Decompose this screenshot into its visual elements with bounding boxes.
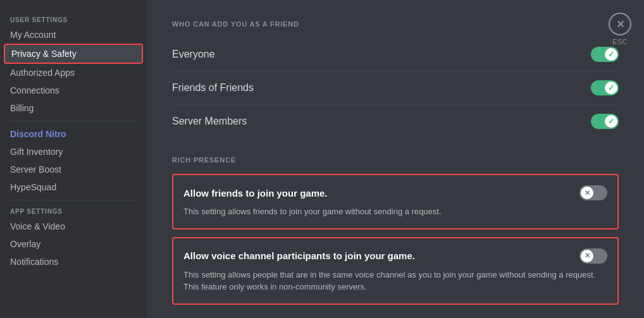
sidebar-item-gift-inventory[interactable]: Gift Inventory bbox=[4, 143, 143, 161]
x-icon-2: ✕ bbox=[585, 252, 590, 260]
sidebar-item-voice-video[interactable]: Voice & Video bbox=[4, 217, 143, 235]
toggle-friends-of-friends[interactable]: ✓ bbox=[591, 80, 619, 95]
esc-circle[interactable]: ✕ bbox=[609, 13, 631, 35]
rich-presence-card-header-1: Allow friends to join your game. ✕ bbox=[183, 185, 607, 200]
sidebar: USER SETTINGS My Account Privacy & Safet… bbox=[0, 0, 147, 318]
toggle-everyone[interactable]: ✓ bbox=[591, 47, 619, 62]
rich-presence-card-title-1: Allow friends to join your game. bbox=[183, 188, 328, 199]
main-content: WHO CAN ADD YOU AS A FRIEND Everyone ✓ F… bbox=[147, 0, 644, 318]
toggle-knob-allow-friends-join: ✕ bbox=[581, 187, 593, 199]
rich-presence-card-desc-1: This setting allows friends to join your… bbox=[183, 205, 607, 218]
esc-button-container[interactable]: ✕ ESC bbox=[609, 13, 631, 46]
toggle-allow-friends-join[interactable]: ✕ bbox=[579, 185, 607, 200]
sidebar-item-authorized-apps[interactable]: Authorized Apps bbox=[4, 64, 143, 82]
toggle-label-server-members: Server Members bbox=[172, 116, 247, 127]
toggle-knob-server-members: ✓ bbox=[605, 115, 617, 128]
esc-label: ESC bbox=[612, 38, 628, 46]
sidebar-item-my-account[interactable]: My Account bbox=[4, 26, 143, 44]
toggle-knob-everyone: ✓ bbox=[605, 48, 617, 61]
friend-section-title: WHO CAN ADD YOU AS A FRIEND bbox=[172, 20, 619, 28]
toggle-label-friends-of-friends: Friends of Friends bbox=[172, 82, 254, 94]
toggle-label-everyone: Everyone bbox=[172, 49, 215, 60]
sidebar-item-billing[interactable]: Billing bbox=[4, 99, 143, 117]
toggle-allow-voice-join[interactable]: ✕ bbox=[579, 248, 607, 264]
check-icon-friends-of-friends: ✓ bbox=[608, 83, 614, 92]
check-icon-server-members: ✓ bbox=[608, 117, 614, 126]
rich-presence-card-header-2: Allow voice channel participants to join… bbox=[183, 248, 607, 264]
sidebar-item-hypesquad[interactable]: HypeSquad bbox=[4, 178, 143, 196]
sidebar-item-server-boost[interactable]: Server Boost bbox=[4, 161, 143, 178]
sidebar-item-privacy-safety[interactable]: Privacy & Safety bbox=[4, 44, 143, 64]
sidebar-divider-2 bbox=[10, 200, 137, 200]
sidebar-divider-1 bbox=[10, 121, 137, 121]
sidebar-item-connections[interactable]: Connections bbox=[4, 82, 143, 99]
rich-presence-section: RICH PRESENCE Allow friends to join your… bbox=[172, 156, 619, 305]
sidebar-item-notifications[interactable]: Notifications bbox=[4, 253, 143, 271]
toggle-row-friends-of-friends: Friends of Friends ✓ bbox=[172, 71, 619, 105]
x-icon-1: ✕ bbox=[585, 189, 590, 197]
rich-presence-card-allow-friends: Allow friends to join your game. ✕ This … bbox=[172, 174, 619, 229]
toggle-row-everyone: Everyone ✓ bbox=[172, 38, 619, 71]
rich-presence-card-title-2: Allow voice channel participants to join… bbox=[183, 250, 415, 261]
rich-presence-card-desc-2: This setting allows people that are in t… bbox=[183, 269, 607, 293]
toggle-row-server-members: Server Members ✓ bbox=[172, 105, 619, 138]
toggle-knob-allow-voice-join: ✕ bbox=[581, 250, 593, 262]
content-wrapper: WHO CAN ADD YOU AS A FRIEND Everyone ✓ F… bbox=[147, 0, 644, 318]
sidebar-section-user-settings: USER SETTINGS bbox=[4, 13, 143, 26]
toggle-knob-friends-of-friends: ✓ bbox=[605, 82, 617, 94]
sidebar-item-discord-nitro[interactable]: Discord Nitro bbox=[4, 125, 143, 143]
sidebar-item-overlay[interactable]: Overlay bbox=[4, 235, 143, 253]
sidebar-section-app-settings: APP SETTINGS bbox=[4, 204, 143, 217]
rich-presence-card-allow-voice: Allow voice channel participants to join… bbox=[172, 237, 619, 305]
rich-presence-title: RICH PRESENCE bbox=[172, 156, 619, 164]
check-icon-everyone: ✓ bbox=[608, 50, 614, 59]
close-icon: ✕ bbox=[616, 18, 624, 30]
toggle-server-members[interactable]: ✓ bbox=[591, 114, 619, 129]
